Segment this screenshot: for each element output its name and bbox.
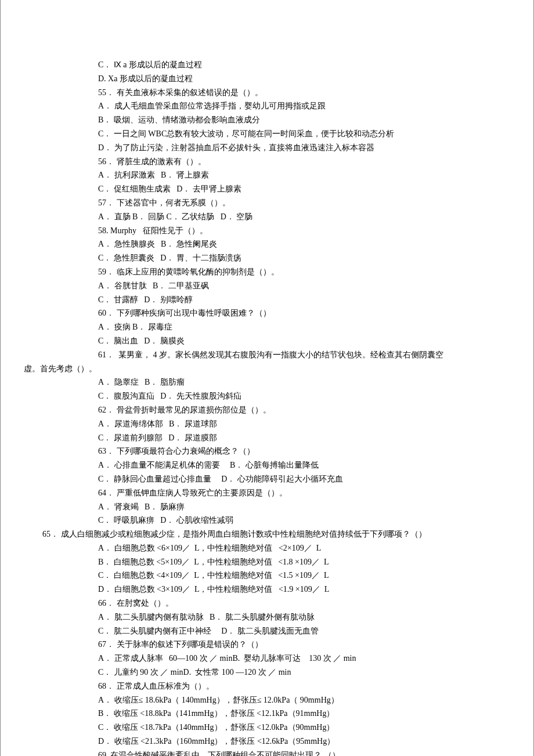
- exam-line: C． 尿道前列腺部 D． 尿道膜部: [24, 431, 510, 445]
- question-65-stem: 65． 成人白细胞减少或粒细胞减少症，是指外周血白细胞计数或中性粒细胞绝对值持续…: [24, 527, 510, 541]
- exam-line: C． 儿童约 90 次 ／ minD. 女性常 100 —120 次 ／ min: [24, 665, 510, 679]
- exam-line: 63． 下列哪项最符合心力衰竭的概念？（）: [24, 444, 510, 458]
- exam-line: A． 直肠 B． 回肠 C． 乙状结肠 D． 空肠: [24, 210, 510, 224]
- exam-line: A． 尿道海绵体部 B． 尿道球部: [24, 417, 510, 431]
- exam-line: 56． 肾脏生成的激素有（）。: [24, 155, 510, 169]
- exam-line: A． 正常成人脉率 60—100 次 ／ minB. 婴幼儿脉率可达 130 次…: [24, 652, 510, 665]
- exam-line: B． 吸烟、运动、情绪激动都会影响血液成分: [24, 113, 510, 127]
- exam-line: C． 甘露醇 D． 别嘌呤醇: [24, 293, 510, 307]
- exam-line: A． 疫病 B． 尿毒症: [24, 320, 510, 334]
- exam-line: 55． 有关血液标本采集的叙述错误的是（）。: [24, 86, 510, 100]
- exam-line: 66． 在肘窝处（）。: [24, 596, 510, 610]
- exam-line: C． 急性胆囊炎 D． 胃、十二指肠溃疡: [24, 251, 510, 265]
- exam-line: D. Xa 形成以后的凝血过程: [24, 72, 510, 86]
- exam-line: A． 收缩压≤ 18.6kPa（ 140mmHg），舒张压≤ 12.0kPa（ …: [24, 693, 510, 707]
- exam-line: A． 谷胱甘肽 B． 二甲基亚砜: [24, 279, 510, 293]
- exam-line: B． 收缩压 <18.8kPa（141mmHg），舒张压 <12.1kPa（91…: [24, 707, 510, 721]
- exam-line: 59． 临床上应用的黄嘌呤氧化酶的抑制剂是（）。: [24, 265, 510, 279]
- exam-line: A． 急性胰腺炎 B． 急性阑尾炎: [24, 237, 510, 251]
- exam-line: 67． 关于脉率的叙述下列哪项是错误的？（）: [24, 638, 510, 652]
- exam-line: 64． 严重低钾血症病人导致死亡的主要原因是（）。: [24, 486, 510, 500]
- exam-line: 62． 骨盆骨折时最常见的尿道损伤部位是（）。: [24, 403, 510, 417]
- exam-line: C． 白细胞总数 <4×109／ L，中性粒细胞绝对值 <1.5 ×109／ L: [24, 569, 510, 583]
- exam-line: D． 白细胞总数 <3×109／ L，中性粒细胞绝对值 <1.9 ×109／ L: [24, 583, 510, 596]
- exam-line: C． 呼吸肌麻痹 D． 心肌收缩性减弱: [24, 513, 510, 527]
- exam-line: A． 成人毛细血管采血部位常选择手指，婴幼儿可用拇指或足跟: [24, 99, 510, 113]
- exam-line: 61． 某男童， 4 岁。家长偶然发现其右腹股沟有一指腹大小的结节状包块。经检查…: [24, 348, 510, 362]
- exam-line: D． 收缩压 <21.3kPa（160mmHg），舒张压 <12.6kPa（95…: [24, 735, 510, 748]
- exam-line: A． 肾衰竭 B． 肠麻痹: [24, 500, 510, 514]
- exam-line: C． 静脉回心血量超过心排血量 D． 心功能障碍引起大小循环充血: [24, 472, 510, 486]
- exam-line: 69. 在混合性酸碱平衡紊乱中，下列哪种组合不可能同时出现？ （）: [24, 748, 510, 756]
- exam-line: C． 腹股沟直疝 D． 先天性腹股沟斜疝: [24, 389, 510, 403]
- exam-line: B． 白细胞总数 <5×109／ L，中性粒细胞绝对值 <1.8 ×109／ L: [24, 555, 510, 569]
- exam-line: A． 心排血量不能满足机体的需要 B． 心脏每搏输出量降低: [24, 458, 510, 472]
- exam-line: 58. Murphy 征阳性见于（）。: [24, 224, 510, 238]
- document-page: C． Ⅸ a 形成以后的凝血过程D. Xa 形成以后的凝血过程55． 有关血液标…: [0, 0, 534, 756]
- exam-line: C． 肱二头肌腱内侧有正中神经 D． 肱二头肌腱浅面无血管: [24, 624, 510, 638]
- exam-line: C． 收缩压 <18.7kPa（140mmHg），舒张压 <12.0kPa（90…: [24, 721, 510, 735]
- exam-line: A． 抗利尿激素 B． 肾上腺素: [24, 168, 510, 182]
- exam-line: C． 脑出血 D． 脑膜炎: [24, 334, 510, 348]
- exam-line: A． 白细胞总数 <6×109／ L，中性粒细胞绝对值 <2×109／ L: [24, 541, 510, 555]
- exam-line: 68． 正常成人血压标准为（）。: [24, 679, 510, 693]
- exam-line: C． 促红细胞生成素 D． 去甲肾上腺素: [24, 182, 510, 196]
- exam-line: A． 隐睾症 B． 脂肪瘤: [24, 375, 510, 389]
- exam-line: A． 肱二头肌腱内侧有肱动脉 B． 肱二头肌腱外侧有肱动脉: [24, 610, 510, 624]
- exam-line: 57． 下述器官中，何者无系膜（）。: [24, 196, 510, 210]
- exam-line: C． Ⅸ a 形成以后的凝血过程: [24, 58, 510, 72]
- exam-line: 60． 下列哪种疾病可出现中毒性呼吸困难？（）: [24, 306, 510, 320]
- exam-line: C． 一日之间 WBC总数有较大波动，尽可能在同一时间采血，便于比较和动态分析: [24, 127, 510, 141]
- exam-line: D． 为了防止污染，注射器抽血后不必拔针头，直接将血液迅速注入标本容器: [24, 141, 510, 155]
- wrap-continuation: 虚。首先考虑（）。: [24, 362, 510, 376]
